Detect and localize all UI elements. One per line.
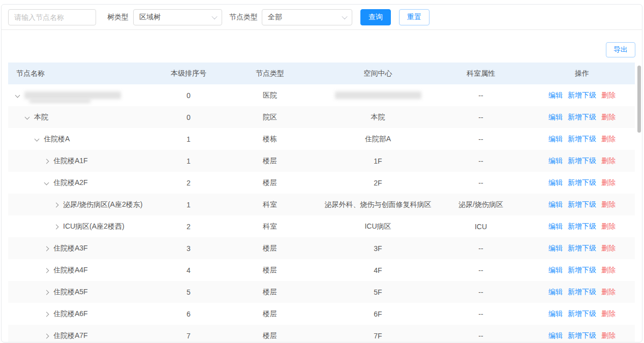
dept-attr-cell: --: [433, 325, 529, 342]
collapse-arrow-icon[interactable]: [15, 93, 20, 98]
space-center-cell: 4F: [323, 259, 433, 281]
dept-attr-cell: --: [433, 237, 529, 259]
node-type-value: 全部: [268, 13, 282, 22]
node-type-cell: 科室: [217, 215, 323, 237]
expand-arrow-icon[interactable]: [44, 268, 49, 273]
column-header-node-type: 节点类型: [217, 63, 323, 84]
node-type-select[interactable]: 全部: [262, 9, 352, 25]
column-header-space-center: 空间中心: [323, 63, 433, 84]
delete-link[interactable]: 删除: [601, 157, 616, 166]
search-button[interactable]: 查询: [360, 9, 391, 25]
add-child-link[interactable]: 新增下级: [568, 135, 596, 144]
dept-attr-cell: --: [433, 172, 529, 194]
delete-link[interactable]: 删除: [601, 91, 616, 100]
edit-link[interactable]: 编辑: [548, 157, 563, 166]
content-card: 树类型 区域树 节点类型 全部 查询 重置 导出 节点名称本级排序号节点类型空间…: [1, 4, 642, 342]
add-child-link[interactable]: 新增下级: [568, 244, 596, 253]
node-name-cell: [8, 84, 161, 106]
edit-link[interactable]: 编辑: [548, 288, 563, 297]
delete-link[interactable]: 删除: [601, 113, 616, 122]
add-child-link[interactable]: 新增下级: [568, 288, 596, 297]
delete-link[interactable]: 删除: [601, 135, 616, 144]
add-child-link[interactable]: 新增下级: [568, 309, 596, 319]
tree-type-select[interactable]: 区域树: [133, 9, 222, 25]
expand-arrow-icon[interactable]: [44, 290, 49, 295]
add-child-link[interactable]: 新增下级: [568, 222, 596, 231]
expand-arrow-icon[interactable]: [44, 333, 49, 338]
add-child-link[interactable]: 新增下级: [568, 200, 596, 209]
node-type-cell: 楼层: [217, 259, 323, 281]
expand-arrow-icon[interactable]: [54, 224, 59, 229]
redacted-node-name: [24, 84, 121, 106]
edit-link[interactable]: 编辑: [548, 91, 563, 100]
operations-cell: 编辑新增下级删除: [529, 106, 635, 128]
delete-link[interactable]: 删除: [601, 266, 616, 275]
collapse-arrow-icon[interactable]: [35, 137, 40, 142]
node-name-text: 住院楼A6F: [53, 309, 88, 319]
add-child-link[interactable]: 新增下级: [568, 157, 596, 166]
chevron-down-icon: [211, 13, 217, 19]
dept-attr-cell: --: [433, 106, 529, 128]
scrollbar-thumb[interactable]: [637, 66, 641, 133]
node-type-label: 节点类型: [229, 13, 258, 22]
edit-link[interactable]: 编辑: [548, 309, 563, 319]
edit-link[interactable]: 编辑: [548, 266, 563, 275]
dept-attr-cell: --: [433, 150, 529, 172]
edit-link[interactable]: 编辑: [548, 178, 563, 188]
table-row: 本院0院区本院--编辑新增下级删除: [8, 106, 635, 128]
export-button[interactable]: 导出: [606, 42, 635, 57]
add-child-link[interactable]: 新增下级: [568, 266, 596, 275]
node-name-text: 住院楼A1F: [53, 157, 88, 166]
delete-link[interactable]: 删除: [601, 331, 616, 340]
table-row: 住院楼A1楼栋住院部A--编辑新增下级删除: [8, 128, 635, 150]
edit-link[interactable]: 编辑: [548, 135, 563, 144]
delete-link[interactable]: 删除: [601, 222, 616, 231]
delete-link[interactable]: 删除: [601, 244, 616, 253]
delete-link[interactable]: 删除: [601, 200, 616, 209]
table-row: ICU病区(A座2楼西)2科室ICU病区ICU编辑新增下级删除: [8, 215, 635, 237]
node-name-text: 本院: [34, 113, 48, 122]
collapse-arrow-icon[interactable]: [25, 115, 30, 120]
edit-link[interactable]: 编辑: [548, 331, 563, 340]
delete-link[interactable]: 删除: [601, 178, 616, 188]
operations-cell: 编辑新增下级删除: [529, 259, 635, 281]
expand-arrow-icon[interactable]: [44, 246, 49, 251]
table-row: 住院楼A6F6楼层6F--编辑新增下级删除: [8, 303, 635, 325]
table-row: 住院楼A2F2楼层2F--编辑新增下级删除: [8, 172, 635, 194]
dept-attr-cell: --: [433, 259, 529, 281]
tree-type-value: 区域树: [139, 13, 161, 22]
dept-attr-cell: --: [433, 84, 529, 106]
expand-arrow-icon[interactable]: [44, 159, 49, 164]
export-toolbar: 导出: [2, 30, 642, 63]
edit-link[interactable]: 编辑: [548, 200, 563, 209]
node-name-cell: 住院楼A3F: [8, 237, 161, 259]
collapse-arrow-icon[interactable]: [44, 180, 49, 185]
space-center-cell: 2F: [323, 172, 433, 194]
column-header-dept-attr: 科室属性: [433, 63, 529, 84]
chevron-down-icon: [342, 13, 347, 19]
column-header-operations: 操作: [529, 63, 635, 84]
sort-no-cell: 5: [161, 281, 217, 303]
space-center-cell: 住院部A: [323, 128, 433, 150]
add-child-link[interactable]: 新增下级: [568, 331, 596, 340]
node-name-text: ICU病区(A座2楼西): [63, 222, 125, 231]
add-child-link[interactable]: 新增下级: [568, 91, 596, 100]
dept-attr-cell: 泌尿/烧伤病区: [433, 194, 529, 215]
node-name-cell: 本院: [8, 106, 161, 128]
reset-button[interactable]: 重置: [399, 9, 430, 25]
dept-attr-cell: --: [433, 303, 529, 325]
add-child-link[interactable]: 新增下级: [568, 178, 596, 188]
redacted-space-center: [335, 91, 421, 99]
delete-link[interactable]: 删除: [601, 288, 616, 297]
operations-cell: 编辑新增下级删除: [529, 215, 635, 237]
column-header-sort-no: 本级排序号: [161, 63, 217, 84]
expand-arrow-icon[interactable]: [54, 202, 59, 207]
delete-link[interactable]: 删除: [601, 309, 616, 319]
table-row: 住院楼A5F5楼层5F--编辑新增下级删除: [8, 281, 635, 303]
edit-link[interactable]: 编辑: [548, 222, 563, 231]
edit-link[interactable]: 编辑: [548, 113, 563, 122]
expand-arrow-icon[interactable]: [44, 311, 49, 317]
edit-link[interactable]: 编辑: [548, 244, 563, 253]
add-child-link[interactable]: 新增下级: [568, 113, 596, 122]
node-name-input[interactable]: [8, 9, 96, 25]
